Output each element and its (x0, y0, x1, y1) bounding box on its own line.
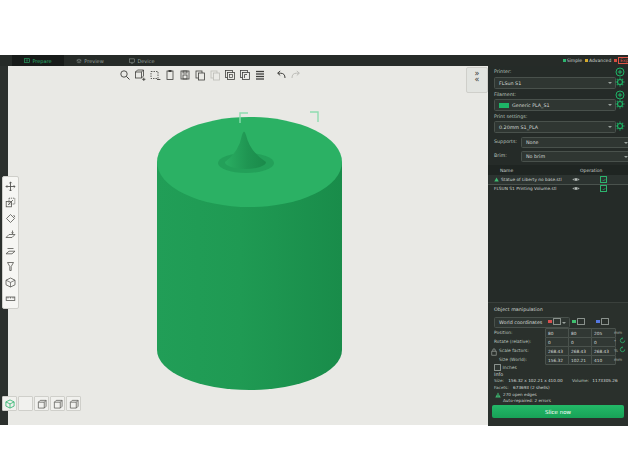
operation-column-header: Operation (580, 168, 602, 173)
axis-z-header (596, 318, 609, 325)
info-size-value: 156.32 x 102.21 x 410.00 (508, 378, 562, 383)
slice-now-label: Slice now (545, 409, 571, 415)
print-settings-value: 0.20mm S1_PLA (499, 125, 538, 130)
size-world-label: Size (World): (499, 357, 527, 362)
device-icon (129, 58, 135, 64)
printer-label: Printer: (494, 69, 512, 74)
size-x-input[interactable]: 156.32 (545, 355, 570, 365)
filament-value: Generic PLA_S1 (512, 103, 550, 108)
right-view-button[interactable] (66, 396, 81, 411)
move-icon[interactable] (4, 179, 17, 194)
zoom-icon[interactable] (118, 68, 131, 82)
info-facets-label: Facets: (494, 385, 509, 390)
object-name: Statue of Liberty no base.stl (501, 177, 562, 182)
brim-label: Brim: (494, 153, 507, 158)
left-view-button[interactable] (50, 396, 65, 411)
axis-x-color-icon (548, 320, 552, 324)
info-facets-row: Facets: 673693 (2 shells) (494, 385, 550, 390)
info-warning-triangle-icon (495, 392, 501, 398)
slice-now-button[interactable]: Slice now (492, 405, 624, 418)
mode-expert[interactable]: Expert (614, 57, 628, 64)
info-volume-label: Volume: (572, 378, 589, 383)
printer-dropdown[interactable]: FLSun S1 (494, 77, 616, 89)
right-settings-panel: Printer: FLSun S1 Filament: Generic PLA_… (488, 66, 628, 425)
size-z-input[interactable]: 410 (591, 355, 616, 365)
support-icon[interactable] (4, 259, 17, 274)
flatten-icon[interactable] (4, 243, 17, 258)
copy-icon[interactable] (193, 68, 206, 82)
mode-advanced[interactable]: Advanced (585, 58, 611, 63)
brim-value: No brim (526, 154, 545, 159)
undo-icon[interactable] (274, 68, 287, 82)
add-model-icon[interactable] (133, 68, 146, 82)
front-view-button[interactable] (18, 396, 33, 411)
axis-z-box-icon (601, 318, 609, 325)
filament-settings-gear-icon[interactable] (615, 99, 625, 109)
cut-icon[interactable] (4, 275, 17, 290)
redo-icon[interactable] (289, 68, 302, 82)
reset-scale-icon[interactable] (619, 346, 626, 353)
object-name: FLSUN S1 Printing Volume.stl (494, 186, 557, 191)
printer-value: FLSun S1 (499, 81, 521, 86)
warning-line-2: Auto-repaired: 2 errors (503, 398, 551, 403)
arrange-plate-icon[interactable] (238, 68, 251, 82)
tab-preview[interactable]: Preview (64, 55, 116, 66)
scale-unit: % (614, 348, 618, 353)
prepare-icon (24, 58, 30, 64)
object-list-icon[interactable] (253, 68, 266, 82)
print-settings-dropdown[interactable]: 0.20mm S1_PLA (494, 121, 616, 133)
tab-prepare[interactable]: Prepare (12, 55, 64, 66)
filament-dropdown[interactable]: Generic PLA_S1 (494, 99, 616, 111)
tab-preview-label: Preview (84, 58, 103, 64)
printer-settings-gear-icon[interactable] (615, 77, 625, 87)
clipboard-icon[interactable] (163, 68, 176, 82)
print-settings-gear-icon[interactable] (615, 121, 625, 131)
visibility-eye-icon[interactable] (572, 186, 580, 191)
lock-scale-icon[interactable] (491, 348, 497, 356)
iso-view-button[interactable] (2, 396, 17, 411)
scale-icon[interactable] (4, 195, 17, 210)
expert-dot-icon (614, 59, 617, 62)
tab-device[interactable]: Device (116, 55, 168, 66)
delete-model-icon[interactable] (148, 68, 161, 82)
save-icon[interactable] (178, 68, 191, 82)
chevrons-left-icon: « (467, 76, 487, 84)
advanced-dot-icon (585, 59, 588, 62)
reset-rotation-icon[interactable] (619, 337, 626, 344)
info-volume-value: 1173305.26 (592, 378, 617, 383)
3d-viewport[interactable] (8, 66, 488, 425)
name-column-header: Name (500, 168, 513, 173)
coordinates-value: World coordinates (499, 320, 542, 325)
visibility-eye-icon[interactable] (572, 177, 580, 182)
tab-prepare-label: Prepare (32, 58, 51, 64)
table-row[interactable]: FLSUN S1 Printing Volume.stl (488, 184, 628, 193)
axis-y-header (572, 318, 585, 325)
axis-x-header (548, 318, 561, 325)
panel-collapse-button[interactable]: » « (466, 67, 488, 93)
info-volume-row: Volume: 1173305.26 (572, 378, 618, 383)
brim-dropdown[interactable]: No brim (521, 151, 628, 162)
supports-dropdown[interactable]: None (521, 137, 628, 148)
measure-icon[interactable] (4, 291, 17, 306)
inches-checkbox-box (494, 364, 501, 371)
axis-y-box-icon (577, 318, 585, 325)
tab-device-label: Device (137, 58, 154, 64)
size-unit: mm (614, 357, 622, 362)
supports-label: Supports: (494, 139, 517, 144)
supports-value: None (526, 140, 539, 145)
mode-switch: Simple Advanced Expert (563, 55, 628, 66)
paste-icon[interactable] (208, 68, 221, 82)
mode-simple[interactable]: Simple (563, 58, 582, 63)
back-view-button[interactable] (34, 396, 49, 411)
rotate-icon[interactable] (4, 211, 17, 226)
mode-advanced-label: Advanced (589, 58, 611, 63)
info-size-row: Size: 156.32 x 102.21 x 410.00 (494, 378, 563, 383)
lay-flat-icon[interactable] (4, 227, 17, 242)
size-y-input[interactable]: 102.21 (568, 355, 593, 365)
printable-checkbox[interactable] (600, 185, 607, 192)
inches-checkbox[interactable]: Inches (494, 364, 517, 371)
arrange-all-icon[interactable] (223, 68, 236, 82)
printable-checkbox[interactable] (600, 176, 607, 183)
warning-line-1: 270 open edges (503, 392, 537, 397)
add-printer-icon[interactable] (615, 67, 625, 77)
